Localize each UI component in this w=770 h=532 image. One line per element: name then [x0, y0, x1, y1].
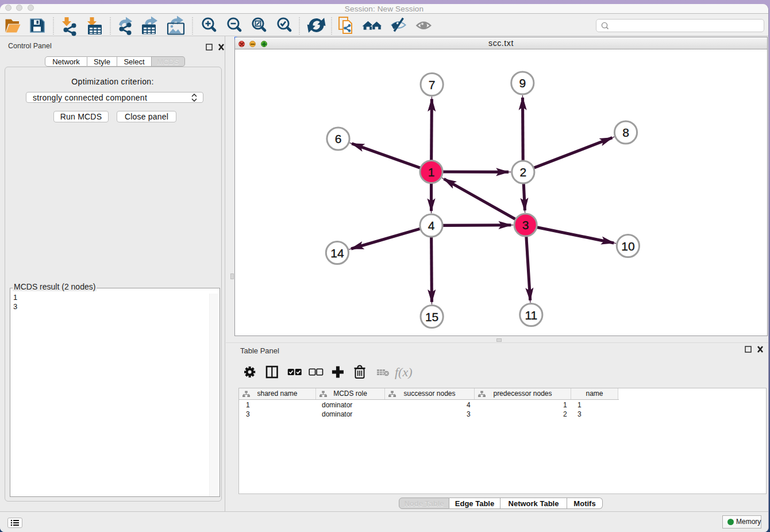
svg-text:15: 15: [425, 310, 438, 323]
svg-text:11: 11: [525, 309, 537, 322]
svg-text:14: 14: [330, 246, 344, 260]
svg-text:6: 6: [335, 132, 342, 145]
svg-text:9: 9: [519, 76, 526, 90]
svg-text:1: 1: [428, 165, 435, 179]
svg-text:10: 10: [621, 240, 634, 253]
svg-text:3: 3: [522, 218, 529, 232]
svg-text:2: 2: [519, 165, 526, 179]
svg-text:8: 8: [622, 126, 629, 139]
svg-text:f(x): f(x): [395, 365, 413, 379]
svg-text:7: 7: [429, 78, 436, 91]
svg-text:4: 4: [428, 219, 435, 232]
